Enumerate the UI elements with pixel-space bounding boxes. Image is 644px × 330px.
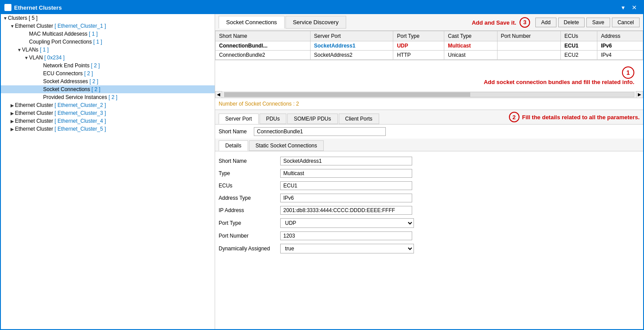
short-name-input[interactable]	[254, 127, 386, 136]
cell-short-name: ConnectionBundl...	[216, 41, 311, 51]
col-cast-type: Cast Type	[444, 31, 497, 41]
title-bar: Ethernet Clusters ▾ ✕	[1, 1, 643, 14]
connection-count: Number of Socket Connections : 2	[219, 101, 299, 107]
triangle-icon: ▶	[10, 119, 15, 124]
form-row-ecus: ECUs	[219, 180, 640, 192]
sidebar-item-label: Coupling Port Connections [ 1 ]	[29, 39, 102, 45]
sidebar-item-nep[interactable]: Network End Points [ 2 ]	[1, 62, 215, 70]
scrollbar-track[interactable]	[224, 92, 634, 97]
triangle-icon: ▶	[10, 103, 15, 108]
scroll-right-btn[interactable]: ▶	[636, 91, 643, 98]
connections-table: Short Name Server Port Port Type Cast Ty…	[215, 31, 643, 60]
right-panel: Socket Connections Service Discovery Add…	[215, 14, 643, 329]
sidebar-item-provserv[interactable]: Provided Service Instances [ 2 ]	[1, 93, 215, 101]
cell-port-number	[497, 51, 560, 60]
col-ecus: ECUs	[561, 31, 597, 41]
triangle-icon: ▼	[24, 55, 29, 60]
sidebar-item-ec3[interactable]: ▶ Ethernet Cluster [ Ethernet_Cluster_3 …	[1, 109, 215, 117]
col-server-port: Server Port	[310, 31, 393, 41]
form-input-type[interactable]	[280, 169, 412, 178]
form-input-ip-address[interactable]	[280, 206, 412, 215]
sidebar-item-label: Socket Connections [ 2 ]	[43, 86, 100, 92]
main-content: ▼ Clusters [ 5 ] ▼ Ethernet Cluster [ Et…	[1, 14, 643, 329]
cell-server-port: SocketAddress2	[310, 51, 393, 60]
save-button[interactable]: Save	[586, 18, 610, 27]
sidebar-item-label: Ethernet Cluster [ Ethernet_Cluster_2 ]	[15, 102, 106, 108]
sidebar-item-vlans[interactable]: ▼ VLANs [ 1 ]	[1, 46, 215, 54]
sidebar-item-label: Provided Service Instances [ 2 ]	[43, 94, 117, 100]
form-row-dyn-assigned: Dynamically Assigned true false	[219, 242, 640, 255]
form-select-dyn-assigned[interactable]: true false	[280, 244, 414, 253]
triangle-icon: ▼	[3, 16, 8, 21]
sidebar-item-sockconn[interactable]: Socket Connections [ 2 ]	[1, 85, 215, 93]
tab-service-discovery[interactable]: Service Discovery	[285, 16, 346, 29]
window-dropdown-btn[interactable]: ▾	[619, 3, 627, 12]
app-icon	[4, 4, 11, 11]
sidebar-item-label: Ethernet Cluster [ Ethernet_Cluster_4 ]	[15, 118, 106, 124]
window-close-btn[interactable]: ✕	[629, 3, 640, 12]
sidebar-item-sockaddr[interactable]: Socket Addressses [ 2 ]	[1, 77, 215, 85]
table-row[interactable]: ConnectionBundle2 SocketAddress2 HTTP Un…	[216, 51, 643, 60]
cancel-button[interactable]: Cancel	[612, 18, 640, 27]
cell-ecus: ECU2	[561, 51, 597, 60]
tab-actions: Add and Save it. 3 Add Delete Save Cance…	[472, 17, 640, 28]
tab-details[interactable]: Details	[219, 140, 248, 151]
col-port-number: Port Number	[497, 31, 560, 41]
scrollbar-row: ◀ ▶	[215, 91, 643, 98]
sidebar-item-mac[interactable]: MAC Multicast Addesess [ 1 ]	[1, 30, 215, 38]
sidebar-item-coupling[interactable]: Coupling Port Connections [ 1 ]	[1, 38, 215, 46]
form-label-dyn-assigned: Dynamically Assigned	[219, 246, 280, 252]
sidebar: ▼ Clusters [ 5 ] ▼ Ethernet Cluster [ Et…	[1, 14, 215, 329]
tab-socket-connections[interactable]: Socket Connections	[219, 16, 285, 29]
form-input-port-number[interactable]	[280, 231, 412, 240]
cell-short-name: ConnectionBundle2	[216, 51, 311, 60]
delete-button[interactable]: Delete	[558, 18, 585, 27]
col-address: Address	[597, 31, 643, 41]
inner-tabs-bar: Server Port PDUs SOME/IP PDUs Client Por…	[215, 110, 643, 125]
form-input-address-type[interactable]	[280, 194, 412, 202]
form-input-short-name[interactable]	[280, 157, 412, 165]
cell-server-port: SocketAddress1	[310, 41, 393, 51]
tab-pdus[interactable]: PDUs	[260, 114, 286, 124]
sidebar-item-label: VLANs [ 1 ]	[22, 47, 49, 53]
cell-port-number	[497, 41, 560, 51]
short-name-label: Short Name	[219, 128, 254, 135]
cell-cast-type: Unicast	[444, 51, 497, 60]
scroll-left-btn[interactable]: ◀	[215, 91, 222, 98]
instruction-text: Add and Save it. 3	[472, 17, 530, 28]
sidebar-item-ec4[interactable]: ▶ Ethernet Cluster [ Ethernet_Cluster_4 …	[1, 117, 215, 125]
tab-client-ports[interactable]: Client Ports	[339, 114, 379, 124]
cell-address: IPv4	[597, 51, 643, 60]
step-2-circle: 2	[509, 112, 520, 122]
form-label-ecus: ECUs	[219, 183, 280, 189]
sidebar-item-label: Ethernet Cluster [ Ethernet_Cluster_3 ]	[15, 110, 106, 116]
bottom-section: Server Port PDUs SOME/IP PDUs Client Por…	[215, 110, 643, 329]
tabs-bar: Socket Connections Service Discovery Add…	[215, 14, 643, 31]
cell-port-type: UDP	[393, 41, 444, 51]
form-select-port-type[interactable]: UDP HTTP TCP	[280, 218, 414, 228]
form-label-address-type: Address Type	[219, 195, 280, 201]
sidebar-item-ecucon[interactable]: ECU Connectors [ 2 ]	[1, 70, 215, 77]
sidebar-item-vlan234[interactable]: ▼ VLAN [ 0x234 ]	[1, 54, 215, 62]
step-3-circle: 3	[520, 17, 530, 28]
tab-static-socket[interactable]: Static Socket Connections	[249, 140, 324, 151]
sidebar-item-ec2[interactable]: ▶ Ethernet Cluster [ Ethernet_Cluster_2 …	[1, 101, 215, 109]
sidebar-item-label: MAC Multicast Addesess [ 1 ]	[29, 31, 98, 37]
sidebar-item-ec1[interactable]: ▼ Ethernet Cluster [ Ethernet_Cluster_1 …	[1, 22, 215, 30]
form-input-ecus[interactable]	[280, 181, 412, 190]
col-port-type: Port Type	[393, 31, 444, 41]
annotation-area: 1 Add socket connection bundles and fill…	[215, 60, 643, 91]
add-button[interactable]: Add	[535, 18, 556, 27]
short-name-row: Short Name	[215, 125, 643, 139]
form-section: Short Name Type ECUs Address Type	[215, 151, 643, 259]
sidebar-item-ec5[interactable]: ▶ Ethernet Cluster [ Ethernet_Cluster_5 …	[1, 125, 215, 133]
tab-someip-pdus[interactable]: SOME/IP PDUs	[287, 114, 337, 124]
sidebar-item-clusters[interactable]: ▼ Clusters [ 5 ]	[1, 14, 215, 22]
form-row-short-name: Short Name	[219, 155, 640, 167]
step-1-circle: 1	[622, 66, 634, 79]
form-row-address-type: Address Type	[219, 192, 640, 204]
count-row: Number of Socket Connections : 2	[215, 98, 643, 110]
tab-server-port[interactable]: Server Port	[219, 114, 259, 124]
detail-tabs-bar: Details Static Socket Connections	[215, 139, 643, 151]
table-row[interactable]: ConnectionBundl... SocketAddress1 UDP Mu…	[216, 41, 643, 51]
